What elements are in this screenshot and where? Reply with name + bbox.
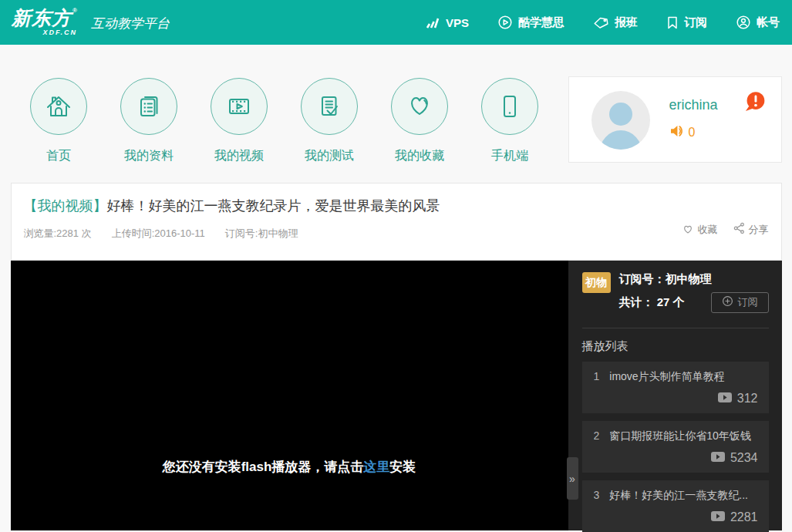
quick-nav-home[interactable]: 首页 (14, 78, 104, 164)
playlist-title: 播放列表 (582, 339, 769, 354)
sidebar-collapse-handle[interactable]: » (567, 457, 578, 500)
video-meta-row: 浏览量:2281 次 上传时间:2016-10-11 订阅号:初中物理 (12, 215, 781, 241)
flash-message-pre: 您还没有安装flash播放器，请点击 (163, 460, 364, 474)
top-section: 首页 我的资料 我的视频 我的测试 (11, 45, 782, 183)
sidebar-divider (582, 328, 769, 328)
bar-chart-icon (424, 15, 440, 29)
speaker-icon (669, 124, 686, 141)
nav-item-label: 酷学慧思 (518, 15, 565, 30)
channel-total-label: 共计： (619, 295, 654, 308)
voice-count[interactable]: 0 (669, 124, 696, 141)
plus-circle-icon (722, 295, 733, 309)
quick-nav-label: 我的视频 (214, 148, 264, 164)
favorite-label: 收藏 (698, 223, 718, 237)
subscribe-button[interactable]: 订阅 (711, 292, 769, 313)
main-content: 首页 我的资料 我的视频 我的测试 (11, 45, 782, 530)
platform-title: 互动教学平台 (91, 13, 170, 32)
logo-brand-text: 新东方 (12, 8, 72, 28)
subscribe-label: 订阅 (738, 295, 758, 309)
playlist-item-title: 窗口期报班能让你省10年饭钱 (609, 429, 751, 443)
playlist-item-count: 5234 (730, 451, 758, 465)
flash-message-post: 安装 (389, 460, 416, 474)
alert-bubble-icon[interactable] (743, 91, 766, 116)
nav-item-label: VPS (446, 16, 469, 29)
play-count-icon (711, 510, 725, 524)
play-count-icon (711, 451, 725, 465)
chevron-right-icon: » (569, 473, 575, 485)
video-category-tag: 【我的视频】 (24, 198, 107, 214)
quick-nav-label: 我的资料 (124, 148, 174, 164)
playlist-item-title: imove片头制作简单教程 (609, 370, 724, 384)
channel-total: 共计： 27 个 (619, 295, 685, 310)
channel-name: 订阅号：初中物理 (619, 272, 769, 287)
heart-outline-icon (682, 223, 694, 237)
video-actions: 收藏 分享 (682, 222, 769, 237)
logo-domain-text: XDF.CN (12, 29, 77, 36)
quick-nav-my-materials[interactable]: 我的资料 (104, 78, 194, 164)
home-icon (30, 78, 87, 135)
playlist-item-3[interactable]: 3好棒！好美的江一燕支教纪... 2281 (582, 480, 769, 532)
heart-icon (391, 78, 448, 135)
share-button[interactable]: 分享 (733, 222, 769, 237)
bookmark-icon (666, 15, 679, 30)
play-circle-icon (497, 15, 513, 30)
player-section: 您还没有安装flash播放器，请点击这里安装 初物 订阅号：初中物理 共计： 2… (11, 261, 782, 530)
avatar-body-shape (599, 130, 642, 150)
nav-item-label: 报班 (615, 15, 638, 30)
phone-icon (481, 78, 538, 135)
tag-icon (593, 15, 609, 30)
avatar-head-shape (609, 103, 632, 126)
playlist-sidebar: 初物 订阅号：初中物理 共计： 27 个 订阅 播放列表 (568, 261, 782, 530)
favorite-button[interactable]: 收藏 (682, 223, 718, 237)
nav-item-kuxuehuisi[interactable]: 酷学慧思 (497, 15, 565, 30)
top-header: 新东方 ® XDF.CN 互动教学平台 VPS 酷学慧思 报班 (0, 0, 792, 45)
playlist-item-2[interactable]: 2窗口期报班能让你省10年饭钱 5234 (582, 421, 769, 473)
video-title-row: 【我的视频】好棒！好美的江一燕支教纪录片，爱是世界最美的风景 (12, 184, 781, 215)
quick-nav-my-favorites[interactable]: 我的收藏 (375, 78, 465, 164)
share-icon (733, 222, 745, 237)
documents-icon (120, 78, 177, 135)
channel-badge: 初物 (582, 272, 611, 293)
quick-nav-label: 手机端 (491, 148, 528, 164)
nav-item-dingyue[interactable]: 订阅 (666, 15, 707, 30)
top-nav: VPS 酷学慧思 报班 订阅 帐号 (424, 15, 780, 30)
logo-registered-mark: ® (72, 8, 77, 14)
channel-total-value: 27 个 (657, 295, 685, 308)
playlist-item-count: 2281 (730, 510, 758, 524)
flash-missing-message: 您还没有安装flash播放器，请点击这里安装 (11, 458, 568, 476)
nav-item-baoban[interactable]: 报班 (593, 15, 638, 30)
quick-nav-my-videos[interactable]: 我的视频 (194, 78, 285, 164)
user-card: erichina 0 (568, 76, 782, 163)
video-title-card: 【我的视频】好棒！好美的江一燕支教纪录片，爱是世界最美的风景 浏览量:2281 … (11, 183, 782, 261)
quick-nav-mobile[interactable]: 手机端 (465, 78, 555, 164)
quick-nav-label: 我的收藏 (395, 148, 444, 164)
avatar[interactable] (591, 91, 650, 150)
video-title: 好棒！好美的江一燕支教纪录片，爱是世界最美的风景 (107, 198, 440, 214)
flash-install-link[interactable]: 这里 (363, 460, 389, 474)
playlist-item-title: 好棒！好美的江一燕支教纪... (609, 489, 748, 503)
nav-item-vps[interactable]: VPS (424, 15, 469, 29)
video-upload-time: 上传时间:2016-10-11 (112, 227, 205, 241)
channel-header: 初物 订阅号：初中物理 共计： 27 个 订阅 (582, 272, 769, 313)
username[interactable]: erichina (669, 97, 718, 113)
play-count-icon (718, 392, 732, 406)
video-player[interactable]: 您还没有安装flash播放器，请点击这里安装 (11, 261, 568, 530)
voice-count-value: 0 (689, 126, 696, 140)
video-views: 浏览量:2281 次 (24, 227, 92, 241)
share-label: 分享 (749, 223, 769, 237)
playlist-item-index: 2 (594, 429, 600, 443)
test-check-icon (301, 78, 358, 135)
nav-item-label: 订阅 (684, 15, 707, 30)
quick-nav-my-tests[interactable]: 我的测试 (285, 78, 375, 164)
xdf-logo[interactable]: 新东方 ® XDF.CN (12, 8, 77, 36)
playlist-item-index: 3 (594, 489, 600, 503)
video-channel: 订阅号:初中物理 (225, 227, 298, 241)
film-icon (211, 78, 268, 135)
playlist-item-1[interactable]: 1imove片头制作简单教程 312 (582, 362, 769, 413)
playlist-item-count: 312 (737, 392, 758, 406)
playlist-item-index: 1 (594, 370, 600, 384)
nav-item-zhanghao[interactable]: 帐号 (736, 15, 780, 30)
user-icon (736, 15, 751, 30)
quick-nav-label: 首页 (46, 148, 71, 164)
quick-nav-label: 我的测试 (305, 148, 354, 164)
